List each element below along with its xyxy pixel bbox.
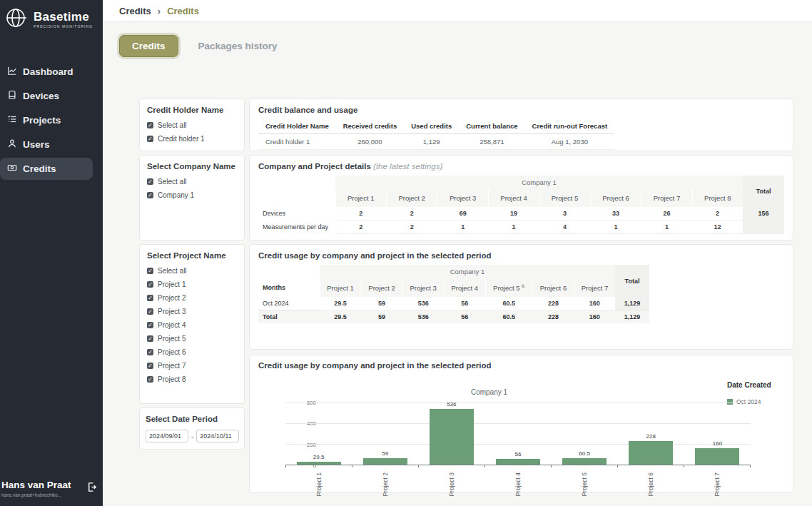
filter-credit-holder-panel: Credit Holder Name ✓ Select all ✓ Credit… — [139, 98, 245, 151]
cell-value: 536 — [402, 297, 444, 310]
cell-value: 33 — [590, 207, 641, 221]
cell-value: 59 — [361, 297, 402, 310]
sidebar-item-devices[interactable]: Devices — [0, 85, 93, 107]
project-column-header[interactable]: Project 7 — [641, 189, 692, 207]
checkbox-checked-icon[interactable]: ✓ — [147, 122, 153, 128]
project-column-header[interactable]: Project 6 — [590, 189, 641, 207]
checkbox-option[interactable]: ✓ Select all — [147, 121, 237, 129]
checkbox-checked-icon[interactable]: ✓ — [147, 281, 153, 288]
checkbox-option[interactable]: ✓ Select all — [147, 267, 237, 275]
chart-slot: 536 — [418, 403, 484, 465]
corner-cell — [258, 189, 335, 207]
row-label: Measurements per day — [258, 221, 335, 234]
total-column-header: Total — [615, 265, 649, 297]
device-icon — [7, 90, 17, 102]
checkbox-checked-icon[interactable]: ✓ — [147, 268, 153, 274]
project-column-header[interactable]: Project 8 — [692, 189, 743, 207]
checkbox-option[interactable]: ✓ Project 7 — [147, 362, 237, 370]
panel-title: Company and Project details (the latest … — [258, 162, 784, 171]
project-column-header[interactable]: Project 7 — [574, 278, 615, 297]
usage-table: Company 1 Total Months Project 1 Project… — [258, 265, 649, 323]
brand-name: Basetime — [34, 11, 93, 23]
bar[interactable] — [695, 448, 739, 465]
checkbox-checked-icon[interactable]: ✓ — [147, 363, 153, 369]
cell-value: 228 — [532, 310, 574, 324]
checkbox-option[interactable]: ✓ Project 5 — [147, 335, 237, 343]
sidebar-item-dashboard[interactable]: Dashboard — [0, 61, 93, 83]
sort-icon[interactable]: ⇅ — [522, 284, 525, 288]
tab-packages-history[interactable]: Packages history — [191, 36, 285, 56]
checkbox-option[interactable]: ✓ Select all — [147, 178, 237, 186]
checkbox-checked-icon[interactable]: ✓ — [147, 335, 153, 342]
bar[interactable] — [363, 458, 407, 465]
cell-total: 156 — [743, 207, 784, 221]
bar[interactable] — [562, 458, 607, 465]
checkbox-option[interactable]: ✓ Project 6 — [147, 348, 237, 356]
project-column-header[interactable]: Project 2 — [386, 189, 437, 207]
project-column-header[interactable]: Project 3 — [437, 189, 488, 207]
project-column-header[interactable]: Project 4 — [444, 278, 485, 297]
checkbox-option[interactable]: ✓ Company 1 — [147, 191, 237, 199]
cell-value: 228 — [532, 297, 574, 310]
cell-credit-holder: Credit holder 1 — [258, 134, 336, 150]
breadcrumb-item-parent[interactable]: Credits — [119, 6, 151, 16]
project-column-header[interactable]: Project 5⇅ — [485, 278, 532, 297]
date-start-input[interactable] — [146, 430, 188, 442]
checkbox-checked-icon[interactable]: ✓ — [147, 376, 153, 383]
logout-icon[interactable] — [86, 482, 97, 495]
checkbox-checked-icon[interactable]: ✓ — [147, 136, 153, 142]
checkbox-option[interactable]: ✓ Project 4 — [147, 321, 237, 329]
chevron-right-icon: › — [158, 6, 161, 16]
column-header: Used credits — [404, 119, 459, 134]
project-column-header[interactable]: Project 3 — [402, 278, 444, 297]
credit-usage-table-panel: Credit usage by company and project in t… — [249, 244, 793, 350]
project-column-header[interactable]: Project 1 — [335, 189, 386, 207]
checkbox-option[interactable]: ✓ Project 1 — [147, 280, 237, 288]
sidebar: Basetime PRECISION MONITORING Dashboard … — [0, 0, 103, 506]
checkbox-checked-icon[interactable]: ✓ — [147, 178, 153, 185]
cell-total: 1,129 — [615, 297, 649, 310]
bar-value-label: 60.5 — [552, 450, 618, 457]
checkbox-checked-icon[interactable]: ✓ — [147, 192, 153, 198]
corner-cell — [258, 265, 320, 278]
project-column-header[interactable]: Project 6 — [532, 278, 574, 297]
filter-date-period-panel: Select Date Period - — [139, 408, 245, 450]
cell-value: 2 — [386, 221, 437, 234]
sidebar-item-projects[interactable]: Projects — [0, 109, 93, 131]
project-column-header[interactable]: Project 1 — [320, 278, 361, 297]
chart-title: Company 1 — [258, 388, 720, 396]
checkbox-checked-icon[interactable]: ✓ — [147, 322, 153, 328]
bar-chart: Company 1 Date Created Oct 2024 600 400 … — [258, 371, 784, 494]
table-row-total: Total 29.5 59 536 56 60.5 228 160 1,129 — [258, 310, 649, 324]
date-end-input[interactable] — [196, 430, 239, 442]
cell-value: 29.5 — [320, 310, 361, 324]
x-axis-label: Project 1 — [315, 472, 323, 497]
checkbox-checked-icon[interactable]: ✓ — [147, 349, 153, 355]
table-row-devices: Devices 2 2 69 19 3 33 26 2 156 — [258, 207, 784, 221]
project-column-header[interactable]: Project 2 — [361, 278, 402, 297]
credit-balance-table: Credit Holder Name Received credits Used… — [258, 119, 614, 150]
sidebar-item-credits[interactable]: Credits — [0, 158, 93, 180]
checkbox-option[interactable]: ✓ Project 8 — [147, 375, 237, 383]
tab-credits[interactable]: Credits — [119, 35, 178, 57]
cell-value: 59 — [361, 310, 402, 324]
checkbox-option[interactable]: ✓ Project 3 — [147, 308, 237, 315]
filter-title: Credit Holder Name — [147, 106, 237, 114]
sidebar-item-users[interactable]: Users — [0, 133, 93, 156]
chart-legend: Date Created Oct 2024 — [727, 381, 783, 405]
legend-title: Date Created — [727, 381, 783, 389]
bar[interactable] — [430, 409, 474, 465]
checkbox-option[interactable]: ✓ Project 2 — [147, 294, 237, 302]
project-column-header[interactable]: Project 4 — [488, 189, 539, 207]
bar[interactable] — [297, 462, 341, 465]
cell-value: 2 — [692, 207, 743, 221]
projects-list-icon — [7, 114, 17, 126]
bar[interactable] — [496, 459, 540, 465]
checkbox-checked-icon[interactable]: ✓ — [147, 308, 153, 315]
bar[interactable] — [629, 441, 673, 465]
checkbox-checked-icon[interactable]: ✓ — [147, 295, 153, 301]
checkbox-option[interactable]: ✓ Credit holder 1 — [147, 135, 237, 143]
project-column-header[interactable]: Project 5 — [539, 189, 590, 207]
app-window: Basetime PRECISION MONITORING Dashboard … — [0, 0, 812, 506]
dashboard-chart-icon — [7, 66, 17, 78]
